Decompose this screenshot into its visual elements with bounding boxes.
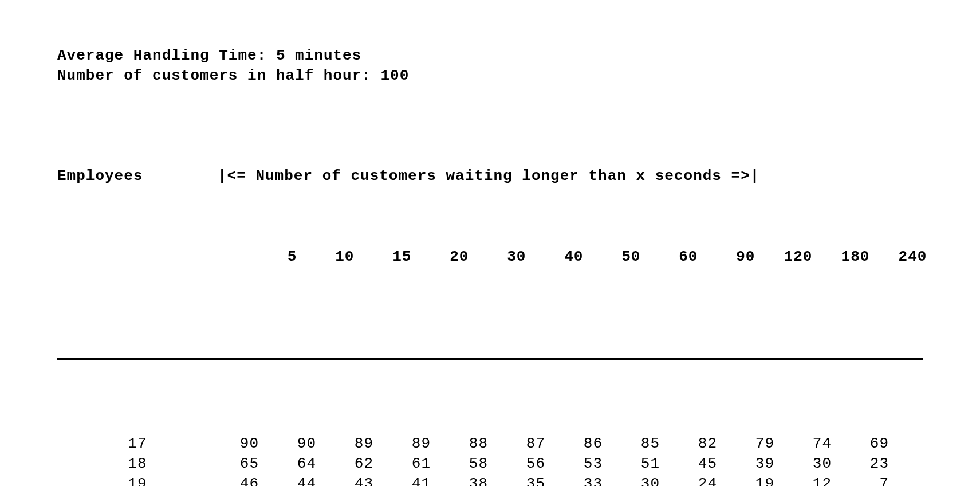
value-cell: 43 (332, 474, 389, 486)
value-cell: 44 (275, 474, 332, 486)
value-cell: 90 (218, 434, 275, 454)
value-cell: 23 (848, 454, 905, 474)
value-cell: 30 (619, 474, 676, 486)
value-cell: 38 (447, 474, 504, 486)
seconds-column-header: 10 (313, 247, 370, 267)
seconds-column-header: 120 (771, 247, 828, 267)
value-cell: 87 (504, 434, 561, 454)
seconds-column-header: 15 (370, 247, 427, 267)
value-cell: 39 (733, 454, 790, 474)
seconds-column-header: 180 (828, 247, 885, 267)
value-cell: 51 (619, 454, 676, 474)
seconds-column-header: 20 (427, 247, 485, 267)
table-divider (57, 358, 923, 360)
table-row: 18656462615856535145393023 (57, 454, 923, 474)
value-cell: 56 (504, 454, 561, 474)
value-cell: 33 (561, 474, 619, 486)
header-line-2: Number of customers in half hour: 100 (57, 66, 923, 86)
value-cell: 88 (447, 434, 504, 454)
table-header-row-2: 51015203040506090120180240 (57, 227, 923, 287)
value-cell: 90 (275, 434, 332, 454)
employees-cell: 18 (57, 454, 218, 474)
value-cell: 41 (389, 474, 447, 486)
employees-cell: 17 (57, 434, 218, 454)
value-cell: 24 (676, 474, 733, 486)
seconds-column-header: 90 (714, 247, 771, 267)
employees-cell: 19 (57, 474, 218, 486)
value-cell: 89 (389, 434, 447, 454)
value-cell: 64 (275, 454, 332, 474)
value-cell: 58 (447, 454, 504, 474)
value-cell: 61 (389, 454, 447, 474)
value-cell: 85 (619, 434, 676, 454)
header-line-2-label: Number of customers in half hour: (57, 67, 371, 84)
header-line-1: Average Handling Time: 5 minutes (57, 46, 923, 66)
seconds-column-header: 40 (542, 247, 599, 267)
value-cell: 7 (848, 474, 905, 486)
table-banner: |<= Number of customers waiting longer t… (218, 166, 923, 186)
value-cell: 69 (848, 434, 905, 454)
value-cell: 46 (218, 474, 275, 486)
value-cell: 89 (332, 434, 389, 454)
seconds-column-header: 60 (656, 247, 714, 267)
seconds-column-header: 50 (599, 247, 656, 267)
seconds-column-header: 5 (255, 247, 313, 267)
value-cell: 86 (561, 434, 619, 454)
value-cell: 12 (790, 474, 848, 486)
value-cell: 79 (733, 434, 790, 454)
table-row: 17909089898887868582797469 (57, 434, 923, 454)
seconds-column-header: 240 (885, 247, 943, 267)
header-line-1-label: Average Handling Time: (57, 47, 266, 64)
value-cell: 53 (561, 454, 619, 474)
table-header-row-1: Employees|<= Number of customers waiting… (57, 166, 923, 186)
value-cell: 45 (676, 454, 733, 474)
value-cell: 30 (790, 454, 848, 474)
employees-column-header: Employees (57, 166, 218, 186)
value-cell: 74 (790, 434, 848, 454)
value-cell: 82 (676, 434, 733, 454)
value-cell: 35 (504, 474, 561, 486)
seconds-column-header: 30 (485, 247, 542, 267)
header-line-1-value: 5 minutes (276, 47, 361, 64)
value-cell: 62 (332, 454, 389, 474)
data-table: Employees|<= Number of customers waiting… (57, 126, 923, 486)
value-cell: 65 (218, 454, 275, 474)
value-cell: 19 (733, 474, 790, 486)
table-row: 1946444341383533302419127 (57, 474, 923, 486)
header-line-2-value: 100 (381, 67, 410, 84)
employees-column-spacer (95, 247, 255, 267)
